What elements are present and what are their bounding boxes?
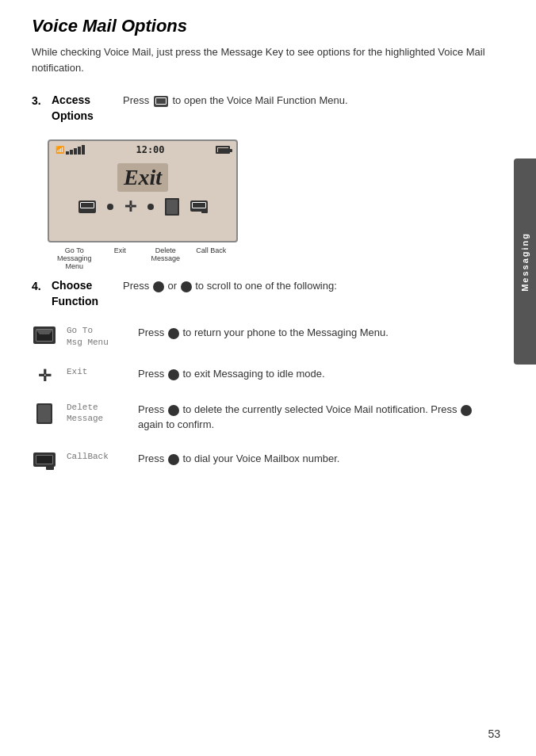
scroll-btn-exit [168,369,179,380]
scroll-btn-goto [168,328,179,339]
screen-label-exit: Exit [98,246,144,270]
nav-dot-1 [107,204,113,210]
func-icon-delete [32,403,57,424]
func-item-exit: ✛ Exit Press to exit Messaging to idle m… [32,366,492,388]
signal-bars [66,145,85,155]
page-number: 53 [488,727,500,740]
screen-icon-goto [78,200,96,213]
screen-time: 12:00 [136,144,164,155]
nav-dot-2 [147,204,154,210]
func-icon-callback [32,452,57,470]
screen-label-goto: Go ToMessagingMenu [52,246,98,270]
function-list: Go ToMsg Menu Press to return your phone… [32,325,492,474]
step-4-number: 4. [32,280,48,292]
screen-icons-row: ✛ [49,198,236,216]
step-4-desc: Press or to scroll to one of the followi… [123,278,492,294]
step-3: 3. AccessOptions Press to open the Voice… [32,93,492,124]
screen-label-callback: Call Back [189,246,235,270]
scroll-up-icon [153,281,164,292]
screen-label-delete: DeleteMessage [143,246,189,270]
screen-icon-delete [165,198,179,216]
screen-highlight: Exit [117,163,168,192]
scroll-down-icon [181,281,192,292]
side-tab: Messaging [514,158,536,365]
screen-status-bar: 📶 12:00 [49,141,236,157]
step-4-label: ChooseFunction [52,278,123,309]
scroll-btn-delete-2 [461,405,472,416]
scroll-btn-delete-1 [168,405,179,416]
func-name-goto: Go ToMsg Menu [67,325,130,348]
intro-text: While checking Voice Mail, just press th… [32,44,492,75]
step-3-label: AccessOptions [52,93,123,124]
main-content: Voice Mail Options While checking Voice … [32,16,492,488]
func-icon-envelope [32,326,57,344]
screen-icon-callback [190,200,208,213]
func-desc-goto: Press to return your phone to the Messag… [138,325,492,341]
func-item-goto: Go ToMsg Menu Press to return your phone… [32,325,492,352]
page: Messaging 53 Voice Mail Options While ch… [0,0,536,756]
phone-screen: 📶 12:00 [48,139,238,242]
step-3-desc: Press to open the Voice Mail Function Me… [123,93,492,109]
battery-icon [216,146,230,154]
func-name-delete: DeleteMessage [67,402,130,425]
func-item-delete: DeleteMessage Press to delete the curren… [32,402,492,437]
page-title: Voice Mail Options [32,16,492,36]
func-item-callback: CallBack Press to dial your Voice Mailbo… [32,451,492,474]
func-desc-delete: Press to delete the currently selected V… [138,402,492,433]
func-desc-exit: Press to exit Messaging to idle mode. [138,366,492,382]
screen-main: Exit [49,157,236,195]
scroll-btn-callback [168,454,179,465]
func-name-exit: Exit [67,366,130,377]
step-4: 4. ChooseFunction Press or to scroll to … [32,278,492,309]
side-tab-label: Messaging [520,232,530,292]
func-desc-callback: Press to dial your Voice Mailbox number. [138,451,492,467]
step-3-number: 3. [32,94,48,107]
screen-exit-text: Exit [124,165,162,189]
func-name-callback: CallBack [67,451,130,462]
screen-icon-plus: ✛ [124,200,136,214]
phone-screen-container: 📶 12:00 [48,139,238,270]
screen-labels: Go ToMessagingMenu Exit DeleteMessage Ca… [48,246,238,270]
func-icon-plus: ✛ [32,368,57,384]
